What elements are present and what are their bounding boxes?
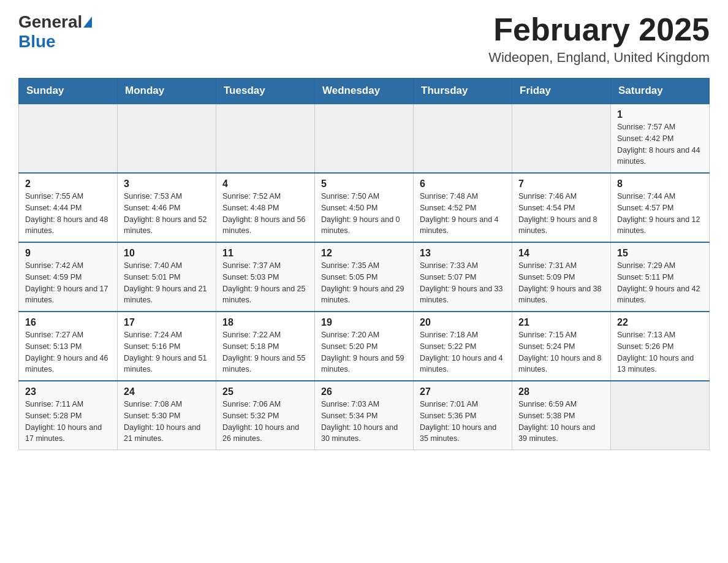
day-number: 14: [518, 248, 604, 259]
day-number: 21: [518, 317, 604, 328]
day-info: Sunrise: 7:57 AM Sunset: 4:42 PM Dayligh…: [617, 121, 703, 167]
calendar-cell: 2Sunrise: 7:55 AM Sunset: 4:44 PM Daylig…: [19, 173, 118, 242]
day-number: 10: [124, 248, 210, 259]
day-info: Sunrise: 7:40 AM Sunset: 5:01 PM Dayligh…: [124, 260, 210, 306]
day-info: Sunrise: 7:55 AM Sunset: 4:44 PM Dayligh…: [25, 191, 111, 237]
calendar-cell: 20Sunrise: 7:18 AM Sunset: 5:22 PM Dayli…: [414, 312, 512, 381]
calendar-table: Sunday Monday Tuesday Wednesday Thursday…: [18, 78, 710, 450]
day-info: Sunrise: 7:27 AM Sunset: 5:13 PM Dayligh…: [25, 329, 111, 375]
logo-general-text: General: [18, 12, 82, 32]
header-tuesday: Tuesday: [216, 79, 315, 104]
header-friday: Friday: [512, 79, 611, 104]
calendar-cell: 21Sunrise: 7:15 AM Sunset: 5:24 PM Dayli…: [512, 312, 611, 381]
calendar-cell: [118, 104, 216, 173]
day-info: Sunrise: 7:11 AM Sunset: 5:28 PM Dayligh…: [25, 399, 111, 445]
day-number: 4: [222, 178, 308, 190]
day-number: 1: [617, 109, 703, 120]
calendar-cell: 23Sunrise: 7:11 AM Sunset: 5:28 PM Dayli…: [19, 381, 118, 450]
day-number: 28: [518, 386, 604, 397]
day-info: Sunrise: 7:29 AM Sunset: 5:11 PM Dayligh…: [617, 260, 703, 306]
day-number: 8: [617, 178, 703, 190]
month-title: February 2025: [488, 12, 710, 47]
header-thursday: Thursday: [414, 79, 512, 104]
day-info: Sunrise: 7:18 AM Sunset: 5:22 PM Dayligh…: [420, 329, 506, 375]
day-info: Sunrise: 7:44 AM Sunset: 4:57 PM Dayligh…: [617, 191, 703, 237]
calendar-cell: 22Sunrise: 7:13 AM Sunset: 5:26 PM Dayli…: [611, 312, 710, 381]
calendar-cell: 16Sunrise: 7:27 AM Sunset: 5:13 PM Dayli…: [19, 312, 118, 381]
calendar-cell: 14Sunrise: 7:31 AM Sunset: 5:09 PM Dayli…: [512, 242, 611, 312]
day-number: 15: [617, 248, 703, 259]
day-number: 2: [25, 178, 111, 190]
day-info: Sunrise: 7:20 AM Sunset: 5:20 PM Dayligh…: [321, 329, 407, 375]
calendar-cell: 3Sunrise: 7:53 AM Sunset: 4:46 PM Daylig…: [118, 173, 216, 242]
header-monday: Monday: [118, 79, 216, 104]
day-info: Sunrise: 7:53 AM Sunset: 4:46 PM Dayligh…: [124, 191, 210, 237]
calendar-cell: 9Sunrise: 7:42 AM Sunset: 4:59 PM Daylig…: [19, 242, 118, 312]
calendar-cell: [414, 104, 512, 173]
day-number: 17: [124, 317, 210, 328]
day-number: 27: [420, 386, 506, 397]
day-number: 6: [420, 178, 506, 190]
calendar-cell: 13Sunrise: 7:33 AM Sunset: 5:07 PM Dayli…: [414, 242, 512, 312]
week-row-5: 23Sunrise: 7:11 AM Sunset: 5:28 PM Dayli…: [19, 381, 710, 450]
calendar-cell: 10Sunrise: 7:40 AM Sunset: 5:01 PM Dayli…: [118, 242, 216, 312]
calendar-cell: 19Sunrise: 7:20 AM Sunset: 5:20 PM Dayli…: [315, 312, 414, 381]
day-info: Sunrise: 7:22 AM Sunset: 5:18 PM Dayligh…: [222, 329, 308, 375]
day-number: 20: [420, 317, 506, 328]
logo-blue-text: Blue: [18, 32, 56, 52]
day-number: 3: [124, 178, 210, 190]
page-header: General Blue February 2025 Wideopen, Eng…: [18, 12, 710, 66]
calendar-cell: 4Sunrise: 7:52 AM Sunset: 4:48 PM Daylig…: [216, 173, 315, 242]
week-row-3: 9Sunrise: 7:42 AM Sunset: 4:59 PM Daylig…: [19, 242, 710, 312]
day-number: 24: [124, 386, 210, 397]
day-number: 7: [518, 178, 604, 190]
day-info: Sunrise: 7:24 AM Sunset: 5:16 PM Dayligh…: [124, 329, 210, 375]
day-info: Sunrise: 7:33 AM Sunset: 5:07 PM Dayligh…: [420, 260, 506, 306]
calendar-cell: 17Sunrise: 7:24 AM Sunset: 5:16 PM Dayli…: [118, 312, 216, 381]
calendar-cell: 18Sunrise: 7:22 AM Sunset: 5:18 PM Dayli…: [216, 312, 315, 381]
header-wednesday: Wednesday: [315, 79, 414, 104]
day-info: Sunrise: 7:31 AM Sunset: 5:09 PM Dayligh…: [518, 260, 604, 306]
day-info: Sunrise: 7:35 AM Sunset: 5:05 PM Dayligh…: [321, 260, 407, 306]
calendar-cell: [611, 381, 710, 450]
day-number: 25: [222, 386, 308, 397]
day-number: 18: [222, 317, 308, 328]
day-number: 16: [25, 317, 111, 328]
calendar-cell: [19, 104, 118, 173]
day-info: Sunrise: 7:15 AM Sunset: 5:24 PM Dayligh…: [518, 329, 604, 375]
day-info: Sunrise: 7:06 AM Sunset: 5:32 PM Dayligh…: [222, 399, 308, 445]
weekday-header-row: Sunday Monday Tuesday Wednesday Thursday…: [19, 79, 710, 104]
week-row-1: 1Sunrise: 7:57 AM Sunset: 4:42 PM Daylig…: [19, 104, 710, 173]
calendar-cell: 5Sunrise: 7:50 AM Sunset: 4:50 PM Daylig…: [315, 173, 414, 242]
day-number: 23: [25, 386, 111, 397]
calendar-cell: 11Sunrise: 7:37 AM Sunset: 5:03 PM Dayli…: [216, 242, 315, 312]
day-info: Sunrise: 7:13 AM Sunset: 5:26 PM Dayligh…: [617, 329, 703, 375]
calendar-cell: 7Sunrise: 7:46 AM Sunset: 4:54 PM Daylig…: [512, 173, 611, 242]
calendar-cell: 6Sunrise: 7:48 AM Sunset: 4:52 PM Daylig…: [414, 173, 512, 242]
calendar-cell: 26Sunrise: 7:03 AM Sunset: 5:34 PM Dayli…: [315, 381, 414, 450]
day-info: Sunrise: 7:52 AM Sunset: 4:48 PM Dayligh…: [222, 191, 308, 237]
day-info: Sunrise: 7:50 AM Sunset: 4:50 PM Dayligh…: [321, 191, 407, 237]
day-number: 19: [321, 317, 407, 328]
calendar-cell: 12Sunrise: 7:35 AM Sunset: 5:05 PM Dayli…: [315, 242, 414, 312]
header-saturday: Saturday: [611, 79, 710, 104]
logo: General Blue: [18, 12, 93, 52]
day-info: Sunrise: 7:46 AM Sunset: 4:54 PM Dayligh…: [518, 191, 604, 237]
day-info: Sunrise: 7:48 AM Sunset: 4:52 PM Dayligh…: [420, 191, 506, 237]
day-info: Sunrise: 6:59 AM Sunset: 5:38 PM Dayligh…: [518, 399, 604, 445]
calendar-cell: 25Sunrise: 7:06 AM Sunset: 5:32 PM Dayli…: [216, 381, 315, 450]
calendar-cell: [315, 104, 414, 173]
calendar-cell: 1Sunrise: 7:57 AM Sunset: 4:42 PM Daylig…: [611, 104, 710, 173]
day-number: 9: [25, 248, 111, 259]
day-info: Sunrise: 7:01 AM Sunset: 5:36 PM Dayligh…: [420, 399, 506, 445]
week-row-2: 2Sunrise: 7:55 AM Sunset: 4:44 PM Daylig…: [19, 173, 710, 242]
day-number: 5: [321, 178, 407, 190]
calendar-cell: [216, 104, 315, 173]
day-info: Sunrise: 7:37 AM Sunset: 5:03 PM Dayligh…: [222, 260, 308, 306]
day-number: 26: [321, 386, 407, 397]
calendar-cell: 8Sunrise: 7:44 AM Sunset: 4:57 PM Daylig…: [611, 173, 710, 242]
calendar-cell: [512, 104, 611, 173]
header-sunday: Sunday: [19, 79, 118, 104]
calendar-cell: 28Sunrise: 6:59 AM Sunset: 5:38 PM Dayli…: [512, 381, 611, 450]
calendar-cell: 27Sunrise: 7:01 AM Sunset: 5:36 PM Dayli…: [414, 381, 512, 450]
